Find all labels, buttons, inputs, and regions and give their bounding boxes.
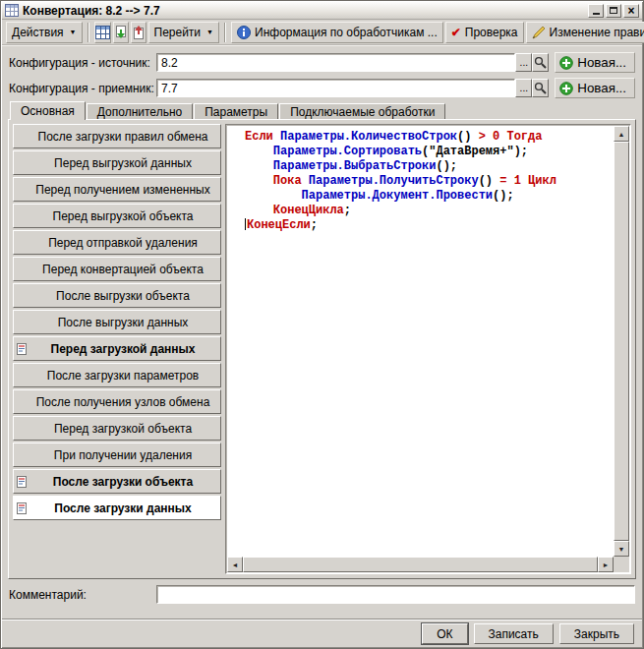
handler-button[interactable]: После загрузки правил обмена bbox=[13, 124, 221, 148]
tab-label: Подключаемые обработки bbox=[290, 105, 435, 119]
check-button[interactable]: ✔ Проверка bbox=[445, 22, 524, 43]
source-open-button[interactable] bbox=[532, 53, 549, 72]
code-area[interactable]: Если Параметры.КоличествоСтрок() > 0 Тог… bbox=[227, 126, 614, 557]
window-icon bbox=[5, 4, 19, 17]
code-token: (); bbox=[436, 159, 457, 173]
actions-menu-button[interactable]: Действия ▼ bbox=[6, 22, 83, 43]
code-token bbox=[245, 145, 273, 158]
code-token: 1 bbox=[514, 174, 528, 188]
handler-code-icon bbox=[17, 502, 27, 514]
scrollbar-corner bbox=[614, 557, 629, 572]
window-title: Конвертация: 8.2 --> 7.7 bbox=[23, 4, 588, 18]
code-line: Если Параметры.КоличествоСтрок() > 0 Тог… bbox=[245, 130, 612, 145]
comment-input[interactable] bbox=[156, 585, 635, 604]
code-token: Цикл bbox=[528, 174, 556, 188]
handler-button[interactable]: Перед конвертацией объекта bbox=[13, 257, 221, 281]
maximize-icon bbox=[610, 7, 617, 14]
handlers-list: После загрузки правил обмена Перед выгру… bbox=[13, 124, 221, 574]
source-config-input[interactable] bbox=[156, 53, 515, 72]
tab[interactable]: Подключаемые обработки bbox=[279, 103, 445, 120]
actions-menu-label: Действия bbox=[12, 26, 64, 39]
code-token: Если bbox=[245, 130, 280, 144]
handler-label: При получении удаления bbox=[54, 448, 192, 462]
horizontal-scrollbar-thumb[interactable] bbox=[243, 557, 598, 572]
tab[interactable]: Дополнительно bbox=[87, 103, 193, 120]
scroll-up-button[interactable]: ▲ bbox=[614, 126, 629, 142]
handler-button[interactable]: Перед загрузкой объекта bbox=[13, 416, 221, 441]
handler-button[interactable]: После получения узлов обмена bbox=[13, 389, 221, 414]
code-token: = bbox=[499, 174, 513, 188]
source-choose-button[interactable]: ... bbox=[515, 53, 532, 72]
handler-button[interactable]: После выгрузки объекта bbox=[13, 283, 221, 308]
handler-label: После загрузки объекта bbox=[53, 475, 193, 489]
target-config-row: Конфигурация - приемник: ... Новая... bbox=[9, 78, 635, 98]
vertical-scrollbar-thumb[interactable] bbox=[614, 142, 629, 541]
plus-icon bbox=[559, 56, 573, 70]
minimize-button[interactable] bbox=[588, 4, 604, 18]
source-config-label: Конфигурация - источник: bbox=[9, 56, 156, 70]
handler-button[interactable]: После загрузки параметров bbox=[13, 363, 221, 387]
handler-label: Перед получением измененных bbox=[35, 183, 209, 197]
change-rules-button[interactable]: Изменение правил bbox=[526, 22, 644, 43]
handler-button[interactable]: Перед отправкой удаления bbox=[13, 230, 221, 255]
handler-button[interactable]: Перед загрузкой данных bbox=[13, 336, 221, 361]
scroll-right-button[interactable]: ► bbox=[598, 557, 614, 572]
handler-button[interactable]: После загрузки данных bbox=[13, 496, 221, 520]
goto-menu-button[interactable]: Перейти ▼ bbox=[148, 22, 220, 43]
maximize-button[interactable] bbox=[606, 4, 621, 18]
code-editor[interactable]: Если Параметры.КоличествоСтрок() > 0 Тог… bbox=[225, 124, 631, 574]
code-token: КонецЦикла bbox=[273, 204, 344, 217]
code-token: КонецЕсли bbox=[247, 218, 311, 232]
target-choose-button[interactable]: ... bbox=[515, 79, 532, 97]
handler-code-icon bbox=[17, 476, 27, 488]
load-rules-button[interactable] bbox=[113, 22, 129, 43]
handler-button[interactable]: После загрузки объекта bbox=[13, 469, 221, 494]
code-token: Параметры.ПолучитьСтроку bbox=[309, 174, 479, 188]
check-label: Проверка bbox=[465, 26, 518, 39]
code-line: Параметры.Сортировать("ДатаВремя+"); bbox=[245, 145, 612, 159]
code-token bbox=[245, 204, 273, 217]
ok-button[interactable]: ОК bbox=[422, 623, 467, 644]
handlers-info-button[interactable]: Информация по обработчикам ... bbox=[231, 22, 443, 43]
code-token: () bbox=[457, 130, 479, 144]
conversion-window: Конвертация: 8.2 --> 7.7 × Действия ▼ bbox=[0, 0, 644, 649]
target-open-button[interactable] bbox=[532, 79, 549, 97]
target-new-button[interactable]: Новая... bbox=[555, 78, 635, 98]
save-button[interactable]: Записать bbox=[474, 623, 554, 644]
toolbar-separator bbox=[88, 23, 89, 42]
code-line: Параметры.Документ.Провести(); bbox=[245, 189, 612, 204]
ellipsis-icon: ... bbox=[520, 57, 528, 68]
tab-label: Дополнительно bbox=[97, 105, 182, 119]
close-window-button[interactable]: Закрыть bbox=[559, 623, 634, 644]
horizontal-scrollbar[interactable]: ◄ ► bbox=[227, 557, 614, 572]
handler-button[interactable]: После выгрузки данных bbox=[13, 310, 221, 334]
handler-label: Перед загрузкой данных bbox=[51, 342, 196, 356]
handler-label: Перед отправкой удаления bbox=[48, 236, 198, 250]
scroll-down-button[interactable]: ▼ bbox=[614, 541, 629, 557]
handler-label: Перед выгрузкой объекта bbox=[53, 209, 194, 223]
code-token: (); bbox=[493, 189, 514, 203]
source-new-button[interactable]: Новая... bbox=[555, 52, 635, 73]
handler-button[interactable]: При получении удаления bbox=[13, 442, 221, 467]
change-rules-label: Изменение правил bbox=[550, 26, 644, 39]
handler-button[interactable]: Перед получением измененных bbox=[13, 177, 221, 202]
scroll-left-button[interactable]: ◄ bbox=[227, 557, 243, 572]
code-token: ); bbox=[514, 145, 528, 158]
target-config-input[interactable] bbox=[156, 79, 515, 97]
tabs: Основная Дополнительно Параметры Подключ… bbox=[10, 101, 634, 120]
vertical-scrollbar[interactable]: ▲ ▼ bbox=[614, 126, 629, 557]
handler-code-icon bbox=[17, 343, 27, 355]
titlebar[interactable]: Конвертация: 8.2 --> 7.7 × bbox=[2, 2, 642, 20]
goto-menu-label: Перейти bbox=[154, 26, 202, 39]
handler-label: После выгрузки данных bbox=[58, 316, 189, 329]
tab[interactable]: Основная bbox=[10, 101, 86, 120]
tab[interactable]: Параметры bbox=[194, 103, 278, 120]
handler-button[interactable]: Перед выгрузкой данных bbox=[13, 150, 221, 175]
handler-button[interactable]: Перед выгрузкой объекта bbox=[13, 204, 221, 228]
save-rules-button[interactable] bbox=[94, 22, 111, 43]
code-token: () bbox=[479, 174, 500, 188]
magnifier-icon bbox=[534, 82, 547, 94]
export-rules-button[interactable] bbox=[131, 22, 146, 43]
close-button[interactable]: × bbox=[623, 4, 639, 18]
code-line: КонецЕсли; bbox=[245, 218, 612, 233]
